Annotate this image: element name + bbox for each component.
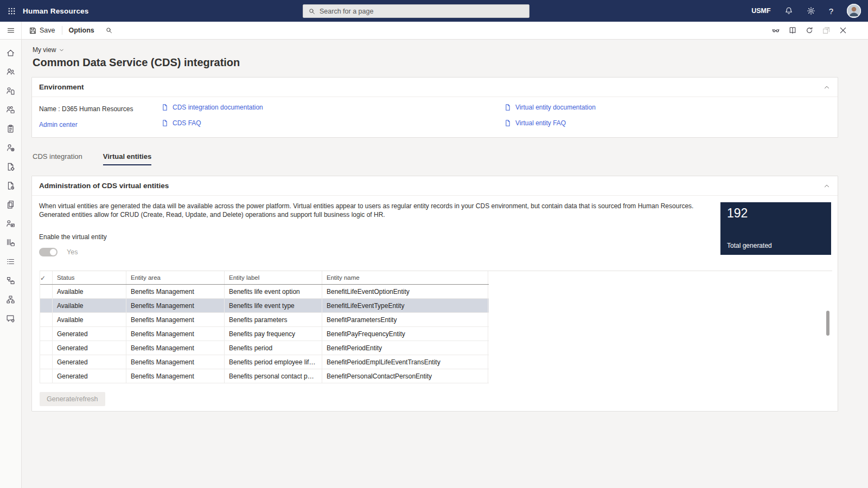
- enable-virtual-entity-label: Enable the virtual entity: [39, 233, 831, 241]
- notifications-button[interactable]: [784, 7, 793, 15]
- sidebar-item-org-chart-briefcase[interactable]: [6, 276, 15, 285]
- tab-virtual-entities[interactable]: Virtual entities: [103, 152, 151, 165]
- generate-refresh-button[interactable]: Generate/refresh: [40, 392, 105, 406]
- virtual-entity-faq-link[interactable]: Virtual entity FAQ: [504, 119, 566, 127]
- sidebar-item-person-remove[interactable]: [6, 143, 15, 152]
- link-label: Virtual entity documentation: [515, 104, 596, 111]
- cell-entity-area[interactable]: Benefits Management: [126, 327, 225, 341]
- cds-faq-link[interactable]: CDS FAQ: [161, 119, 201, 127]
- global-search-box[interactable]: [303, 4, 529, 18]
- cell-entity-label[interactable]: Benefits period: [225, 341, 322, 355]
- people-briefcase-icon: [6, 105, 15, 114]
- cell-entity-label[interactable]: Benefits life event option: [225, 285, 322, 298]
- cell-entity-area[interactable]: Benefits Management: [126, 299, 225, 312]
- cell-entity-label[interactable]: Benefits pay frequency: [225, 327, 322, 341]
- select-all-checkmark-icon[interactable]: ✓: [40, 271, 53, 284]
- table-row[interactable]: AvailableBenefits ManagementBenefits par…: [40, 313, 489, 327]
- admin-center-link[interactable]: Admin center: [39, 121, 78, 129]
- sidebar-item-person-document[interactable]: [6, 86, 15, 95]
- cell-status[interactable]: Generated: [53, 369, 126, 383]
- virtual-entity-documentation-link[interactable]: Virtual entity documentation: [504, 104, 596, 111]
- sidebar-item-chat-shield[interactable]: [6, 314, 15, 323]
- cell-entity-name[interactable]: BenefitParametersEntity: [322, 313, 488, 326]
- cell-entity-name[interactable]: BenefitPeriodEmplLifeEventTransEntity: [322, 355, 488, 369]
- table-row[interactable]: GeneratedBenefits ManagementBenefits pay…: [40, 327, 489, 341]
- column-header-entity-label[interactable]: Entity label: [225, 271, 322, 284]
- cell-entity-name[interactable]: BenefitPersonalContactPersonEntity: [322, 369, 488, 383]
- cell-entity-area[interactable]: Benefits Management: [126, 355, 225, 369]
- close-button[interactable]: [839, 26, 847, 35]
- table-row[interactable]: AvailableBenefits ManagementBenefits lif…: [40, 285, 489, 299]
- save-button[interactable]: Save: [29, 27, 55, 35]
- sidebar-item-people[interactable]: [6, 67, 15, 76]
- row-select-cell[interactable]: [40, 285, 53, 298]
- cell-entity-label[interactable]: Benefits personal contact person: [225, 369, 322, 383]
- sidebar-item-document-process[interactable]: [6, 181, 15, 190]
- cell-entity-label[interactable]: Benefits life event type: [225, 299, 322, 312]
- cell-entity-area[interactable]: Benefits Management: [126, 369, 225, 383]
- collapse-environment-button[interactable]: [823, 84, 831, 91]
- cell-entity-area[interactable]: Benefits Management: [126, 313, 225, 326]
- sidebar-item-document-gear[interactable]: [6, 162, 15, 171]
- refresh-button[interactable]: [805, 26, 814, 35]
- row-select-cell[interactable]: [40, 313, 53, 326]
- cell-status[interactable]: Available: [53, 285, 126, 298]
- bulleted-list-icon: [6, 257, 15, 266]
- grid-scrollbar[interactable]: [826, 311, 829, 336]
- row-select-cell[interactable]: [40, 341, 53, 355]
- column-header-entity-name[interactable]: Entity name: [322, 271, 488, 284]
- cds-integration-documentation-link[interactable]: CDS integration documentation: [161, 104, 263, 111]
- refresh-icon: [805, 26, 814, 35]
- enable-virtual-entity-toggle[interactable]: [39, 248, 58, 256]
- row-select-cell[interactable]: [40, 369, 53, 383]
- table-row[interactable]: GeneratedBenefits ManagementBenefits per…: [40, 341, 489, 355]
- company-selector[interactable]: USMF: [751, 7, 770, 15]
- actionbar-search-button[interactable]: [105, 27, 113, 34]
- cell-status[interactable]: Generated: [53, 327, 126, 341]
- cell-entity-area[interactable]: Benefits Management: [126, 285, 225, 298]
- column-header-status[interactable]: Status: [53, 271, 126, 284]
- search-input[interactable]: [320, 8, 524, 15]
- row-select-cell[interactable]: [40, 327, 53, 341]
- sidebar-item-person-id[interactable]: [6, 219, 15, 228]
- help-button[interactable]: ?: [829, 7, 833, 16]
- view-selector[interactable]: My view: [31, 46, 65, 54]
- column-header-entity-area[interactable]: Entity area: [126, 271, 225, 284]
- documents-copy-icon: [6, 200, 15, 209]
- cell-entity-name[interactable]: BenefitLifeEventTypeEntity: [322, 299, 488, 312]
- sidebar-item-people-briefcase[interactable]: [6, 105, 15, 114]
- sidebar-item-org-chart[interactable]: [6, 295, 15, 304]
- app-launcher-button[interactable]: [0, 0, 23, 22]
- sidebar-item-clipboard[interactable]: [6, 124, 15, 133]
- row-select-cell[interactable]: [40, 355, 53, 369]
- cell-entity-area[interactable]: Benefits Management: [126, 341, 225, 355]
- collapse-administration-button[interactable]: [823, 182, 831, 190]
- table-row[interactable]: GeneratedBenefits ManagementBenefits per…: [40, 369, 489, 383]
- administration-section-title: Administration of CDS virtual entities: [39, 182, 169, 190]
- glasses-button[interactable]: [771, 26, 780, 35]
- cell-status[interactable]: Generated: [53, 355, 126, 369]
- cell-entity-name[interactable]: BenefitPeriodEntity: [322, 341, 488, 355]
- sidebar-item-library-briefcase[interactable]: [6, 238, 15, 247]
- cell-entity-name[interactable]: BenefitPayFrequencyEntity: [322, 327, 488, 341]
- settings-button[interactable]: [807, 7, 815, 15]
- sidebar-item-documents-copy[interactable]: [6, 200, 15, 209]
- cell-entity-label[interactable]: Benefits period employee life ev...: [225, 355, 322, 369]
- table-row[interactable]: AvailableBenefits ManagementBenefits lif…: [40, 299, 489, 313]
- cell-status[interactable]: Available: [53, 299, 126, 312]
- cell-status[interactable]: Available: [53, 313, 126, 326]
- cell-status[interactable]: Generated: [53, 341, 126, 355]
- nav-menu-button[interactable]: [0, 22, 22, 39]
- options-menu[interactable]: Options: [69, 27, 94, 34]
- task-recorder-button[interactable]: [788, 26, 797, 35]
- user-avatar[interactable]: [847, 4, 861, 18]
- total-generated-tile[interactable]: 192 Total generated: [720, 202, 831, 255]
- table-row[interactable]: GeneratedBenefits ManagementBenefits per…: [40, 355, 489, 369]
- sidebar-item-home[interactable]: [6, 48, 15, 57]
- chevron-up-icon: [823, 84, 831, 91]
- sidebar-item-bulleted-list[interactable]: [6, 257, 15, 266]
- tab-cds-integration[interactable]: CDS integration: [33, 152, 82, 165]
- cell-entity-name[interactable]: BenefitLifeEventOptionEntity: [322, 285, 488, 298]
- row-select-cell[interactable]: [40, 299, 53, 312]
- cell-entity-label[interactable]: Benefits parameters: [225, 313, 322, 326]
